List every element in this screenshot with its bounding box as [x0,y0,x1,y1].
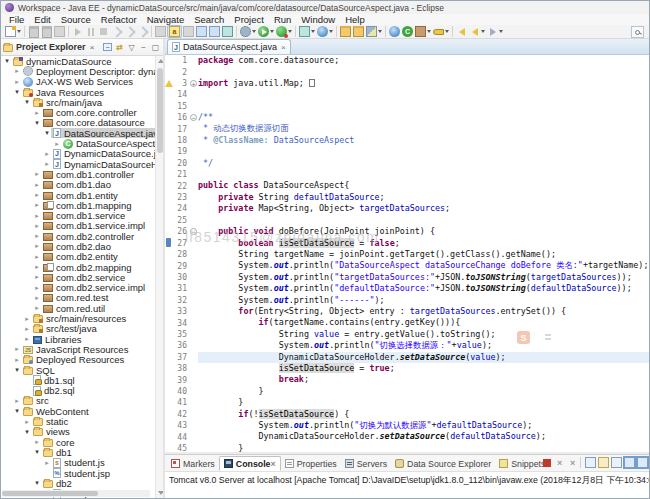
menu-navigate[interactable]: Navigate [142,14,190,25]
dropdown-caret-icon[interactable] [270,30,274,33]
collapse-all-button[interactable]: − [102,42,113,53]
close-tab-icon[interactable]: × [281,43,286,52]
code-text[interactable]: } [198,443,650,452]
tree-item-libraries[interactable]: ▸Libraries [1,334,155,344]
gutter-marker-column[interactable] [165,295,172,306]
remove-all-terminated-button[interactable]: × [567,457,578,468]
back-button[interactable] [468,25,486,38]
chevron-collapsed-icon[interactable]: ▸ [33,242,41,250]
line-number[interactable]: 22 [172,182,189,191]
show-annotations-toggle[interactable] [182,25,195,38]
gutter-marker-column[interactable] [165,386,172,397]
code-text[interactable]: * @ClassName: DataSourceAspect [198,135,650,146]
line-number[interactable]: 15 [172,102,189,111]
menu-source[interactable]: Source [56,14,96,25]
code-text[interactable]: System.out.println("DataSourceAspect dat… [198,260,650,271]
view-menu-button[interactable]: ▽ [126,42,137,53]
clear-console-button[interactable] [585,457,596,468]
line-number[interactable]: 36 [172,341,189,350]
explorer-horizontal-scrollbar[interactable] [2,490,150,497]
chevron-collapsed-icon[interactable]: ▸ [33,191,41,199]
tree-item-core[interactable]: ▸core [1,437,155,447]
chevron-collapsed-icon[interactable]: ▸ [13,345,21,353]
line-number[interactable]: 20 [172,159,189,168]
code-text[interactable]: isSetDataSource = true; [198,363,650,374]
code-line-20[interactable]: 20 */ [165,158,650,169]
chevron-collapsed-icon[interactable]: ▸ [33,294,41,302]
chevron-collapsed-icon[interactable]: ▸ [33,201,41,209]
chevron-collapsed-icon[interactable]: ▸ [43,150,51,158]
line-number[interactable]: 39 [172,376,189,385]
menu-refactor[interactable]: Refactor [96,14,142,25]
code-line-29[interactable]: 29 System.out.println("DataSourceAspect … [165,260,650,271]
chevron-collapsed-icon[interactable]: ▸ [23,418,31,426]
chevron-collapsed-icon[interactable]: ▸ [33,109,41,117]
chevron-expanded-icon[interactable]: ▾ [13,407,21,415]
line-number[interactable]: 37 [172,353,189,362]
debug-terminate-button[interactable] [97,25,110,38]
chevron-collapsed-icon[interactable]: ▸ [53,140,61,148]
menu-edit[interactable]: Edit [29,14,55,25]
mark-occurrences-toggle[interactable]: a [167,25,182,38]
gutter-marker-column[interactable] [165,443,172,452]
code-line-36[interactable]: 36 System.out.println("切换选择数据源："+value); [165,340,650,351]
debug-resume-button[interactable] [71,25,84,38]
terminate-button[interactable] [541,457,552,468]
line-number[interactable]: 18 [172,136,189,145]
gutter-marker-column[interactable] [165,283,172,294]
tree-item-com-db1-mapping[interactable]: ▸com.db1.mapping [1,200,155,210]
dropdown-caret-icon[interactable] [17,30,21,33]
gutter-marker-column[interactable] [165,420,172,431]
chevron-expanded-icon[interactable]: ▾ [13,88,21,96]
new-web-project-button[interactable] [221,25,234,38]
code-line-45[interactable]: 45 } [165,443,650,452]
step-return-button[interactable] [136,25,149,38]
code-text[interactable]: break; [198,374,650,385]
tree-item-student-jsp[interactable]: student.jsp [1,468,155,478]
code-line-27[interactable]: 27 boolean isSetDataSource = false; [165,238,650,249]
gutter-marker-column[interactable] [165,363,172,374]
tree-item-dynamicdatasourceholder-ja[interactable]: ▸DynamicDataSourceHolder.ja [1,159,155,169]
code-text[interactable]: DynamicDataSourceHolder.setDataSource(va… [198,352,650,363]
gutter-marker-column[interactable] [165,158,172,169]
code-line-22[interactable]: 22public class DataSourceAspect{ [165,180,650,191]
search-button[interactable] [365,25,383,38]
run-button[interactable] [257,25,275,38]
tree-item-db1-sql[interactable]: db1.sql [1,375,155,385]
gutter-marker-column[interactable] [165,135,172,146]
console-tab-servers[interactable]: Servers [341,456,391,471]
code-text[interactable]: boolean isSetDataSource = false; [198,238,650,249]
debug-suspend-button[interactable] [84,25,97,38]
gutter-marker-column[interactable] [165,66,172,77]
code-line-21[interactable]: 21 [165,169,650,180]
chevron-expanded-icon[interactable]: ▾ [33,448,41,456]
code-line-38[interactable]: 38 isSetDataSource = true; [165,363,650,374]
tree-item-com-red-test[interactable]: ▸com.red.test [1,293,155,303]
gutter-marker-column[interactable] [165,340,172,351]
line-number[interactable]: 32 [172,296,189,305]
java-browsing-button[interactable] [388,25,401,38]
gutter-marker-column[interactable] [165,101,172,112]
chevron-collapsed-icon[interactable]: ▸ [33,253,41,261]
save-all-button[interactable] [40,25,53,38]
line-number[interactable]: 2 [172,68,189,77]
chevron-collapsed-icon[interactable]: ▸ [33,438,41,446]
gutter-marker-column[interactable] [165,146,172,157]
code-line-16[interactable]: 16−/** [165,112,650,123]
explorer-vertical-scrollbar[interactable] [155,56,163,498]
code-line-40[interactable]: 40 } [165,386,650,397]
tree-item-com-db2-dao[interactable]: ▸com.db2.dao [1,241,155,251]
chevron-collapsed-icon[interactable]: ▸ [43,160,51,168]
code-text[interactable]: import java.util.Map; [198,78,650,89]
gutter-marker-column[interactable] [165,431,172,442]
gutter-marker-column[interactable] [165,306,172,317]
code-line-23[interactable]: 23 private String defaultDataSource; [165,192,650,203]
chevron-collapsed-icon[interactable]: ▸ [23,315,31,323]
pin-console-toggle[interactable] [624,457,635,468]
chevron-collapsed-icon[interactable]: ▸ [13,78,21,86]
tree-item-com-db1-service-impl[interactable]: ▸com.db1.service.impl [1,221,155,231]
tree-item-db2-sql[interactable]: db2.sql [1,386,155,396]
tree-item-com-core-datasource[interactable]: ▾com.core.datasource [1,118,155,128]
tree-item-student-js[interactable]: ▸student.js [1,458,155,468]
chevron-collapsed-icon[interactable]: ▸ [33,170,41,178]
